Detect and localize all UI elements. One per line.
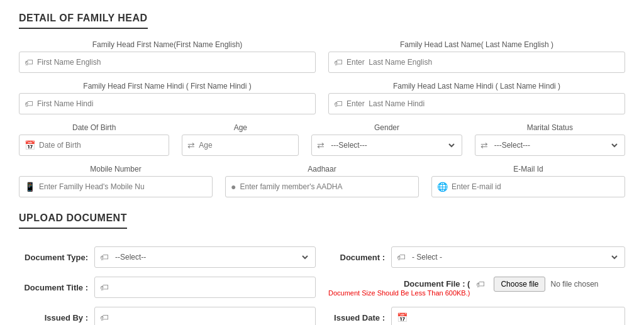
gender-wrapper: ⇄ ---Select--- <box>311 135 462 156</box>
last-name-en-wrapper: 🏷 <box>328 52 625 73</box>
issued-date-group: Issued Date : 📅 <box>328 307 625 325</box>
upload-title: UPLOAD DOCUMENT <box>19 212 127 229</box>
doc-title-input[interactable] <box>113 277 310 297</box>
doc-file-group: Document File : ( Document Size Should B… <box>328 277 625 298</box>
first-name-en-wrapper: 🏷 <box>19 52 316 73</box>
mobile-label: Mobile Number <box>19 165 213 174</box>
email-wrapper: 🌐 <box>431 176 625 197</box>
doc-type-select[interactable]: --Select-- <box>113 247 310 267</box>
calendar-icon-2: 📅 <box>397 312 408 322</box>
first-name-hi-input[interactable] <box>37 94 310 114</box>
email-label: E-Mail Id <box>431 165 625 174</box>
tag-icon-3: 🏷 <box>25 99 33 109</box>
last-name-hi-group: Family Head Last Name Hindi ( Last Name … <box>328 82 625 114</box>
dob-input[interactable] <box>39 135 164 155</box>
upload-row-1: Document Type: 🏷 --Select-- Document : 🏷… <box>19 246 625 268</box>
doc-title-group: Document Title : 🏷 <box>19 277 316 298</box>
shuffle-icon-3: ⇄ <box>480 140 488 150</box>
age-input[interactable] <box>199 135 293 155</box>
contact-row: Mobile Number 📱 Aadhaar ● E-Mail Id 🌐 <box>19 165 625 197</box>
last-name-hi-label: Family Head Last Name Hindi ( Last Name … <box>328 82 625 91</box>
shuffle-icon: ⇄ <box>187 140 195 150</box>
mobile-input[interactable] <box>39 177 207 197</box>
first-name-hi-wrapper: 🏷 <box>19 93 316 114</box>
email-input[interactable] <box>452 177 619 197</box>
tag-icon-2: 🏷 <box>334 57 343 67</box>
document-label: Document : <box>328 253 385 262</box>
tag-icon: 🏷 <box>25 57 33 67</box>
name-en-row: Family Head First Name(First Name Englis… <box>19 40 625 73</box>
issued-by-group: Issued By : 🏷 <box>19 307 316 325</box>
first-name-en-input[interactable] <box>37 52 310 72</box>
upload-section: UPLOAD DOCUMENT Document Type: 🏷 --Selec… <box>19 212 625 325</box>
marital-wrapper: ⇄ ---Select--- <box>475 135 625 156</box>
mobile-wrapper: 📱 <box>19 176 213 197</box>
doc-file-note: Document Size Should Be Less Than 600KB.… <box>328 289 470 298</box>
first-name-hi-group: Family Head First Name Hindi ( First Nam… <box>19 82 316 114</box>
shuffle-icon-2: ⇄ <box>317 140 325 150</box>
dob-label: Date Of Birth <box>19 123 169 132</box>
choose-file-button[interactable]: Choose file <box>494 277 545 292</box>
gender-label: Gender <box>311 123 462 132</box>
issued-date-label: Issued Date : <box>328 313 385 322</box>
family-head-section: DETAIL OF FAMILY HEAD Family Head First … <box>19 13 625 197</box>
last-name-hi-wrapper: 🏷 <box>328 93 625 114</box>
age-label: Age <box>182 123 299 132</box>
tag-icon-6: 🏷 <box>397 252 406 262</box>
last-name-hi-input[interactable] <box>347 94 619 114</box>
first-name-en-label: Family Head First Name(First Name Englis… <box>19 40 316 49</box>
last-name-en-group: Family Head Last Name( Last Name English… <box>328 40 625 73</box>
marital-group: Marital Status ⇄ ---Select--- <box>475 123 625 156</box>
aadhaar-input[interactable] <box>240 177 413 197</box>
dob-group: Date Of Birth 📅 <box>19 123 169 156</box>
age-group: Age ⇄ <box>182 123 299 156</box>
gender-select[interactable]: ---Select--- <box>328 135 456 155</box>
last-name-en-input[interactable] <box>347 52 619 72</box>
last-name-en-label: Family Head Last Name( Last Name English… <box>328 40 625 49</box>
doc-title-wrapper: 🏷 <box>94 277 316 298</box>
issued-by-label: Issued By : <box>19 313 88 322</box>
age-wrapper: ⇄ <box>182 135 299 156</box>
tag-icon-5: 🏷 <box>100 252 109 262</box>
doc-type-label: Document Type: <box>19 253 88 262</box>
file-input-row: Choose file No file chosen <box>494 277 598 292</box>
aadhaar-group: Aadhaar ● <box>225 165 419 197</box>
first-name-en-group: Family Head First Name(First Name Englis… <box>19 40 316 73</box>
document-select[interactable]: - Select - <box>409 247 619 267</box>
document-group: Document : 🏷 - Select - <box>328 246 625 268</box>
document-wrapper: 🏷 - Select - <box>391 246 625 268</box>
email-group: E-Mail Id 🌐 <box>431 165 625 197</box>
globe-icon: 🌐 <box>437 182 448 192</box>
aadhaar-wrapper: ● <box>225 176 419 197</box>
no-file-text: No file chosen <box>550 280 598 289</box>
phone-icon: 📱 <box>25 182 35 192</box>
upload-row-3: Issued By : 🏷 Issued Date : 📅 <box>19 307 625 325</box>
upload-row-2: Document Title : 🏷 Document File : ( Doc… <box>19 277 625 298</box>
dob-wrapper: 📅 <box>19 135 169 156</box>
tag-icon-4: 🏷 <box>334 99 343 109</box>
doc-type-wrapper: 🏷 --Select-- <box>94 246 316 268</box>
gender-group: Gender ⇄ ---Select--- <box>311 123 462 156</box>
tag-icon-7: 🏷 <box>100 282 109 292</box>
mobile-group: Mobile Number 📱 <box>19 165 213 197</box>
doc-type-group: Document Type: 🏷 --Select-- <box>19 246 316 268</box>
issued-by-wrapper: 🏷 <box>94 307 316 325</box>
marital-label: Marital Status <box>475 123 625 132</box>
first-name-hi-label: Family Head First Name Hindi ( First Nam… <box>19 82 316 91</box>
issued-date-input[interactable] <box>411 307 619 325</box>
doc-title-label: Document Title : <box>19 283 88 292</box>
dob-row: Date Of Birth 📅 Age ⇄ Gender ⇄ ---Select… <box>19 123 625 156</box>
marital-select[interactable]: ---Select--- <box>492 135 619 155</box>
tag-icon-9: 🏷 <box>100 312 109 322</box>
section-title: DETAIL OF FAMILY HEAD <box>19 13 148 29</box>
name-hi-row: Family Head First Name Hindi ( First Nam… <box>19 82 625 114</box>
aadhaar-label: Aadhaar <box>225 165 419 174</box>
doc-file-label: Document File : ( <box>328 279 470 289</box>
tag-icon-8: 🏷 <box>476 279 485 289</box>
issued-date-wrapper: 📅 <box>391 307 625 325</box>
issued-by-input[interactable] <box>113 307 310 325</box>
calendar-icon: 📅 <box>25 140 35 150</box>
fingerprint-icon: ● <box>231 182 236 192</box>
